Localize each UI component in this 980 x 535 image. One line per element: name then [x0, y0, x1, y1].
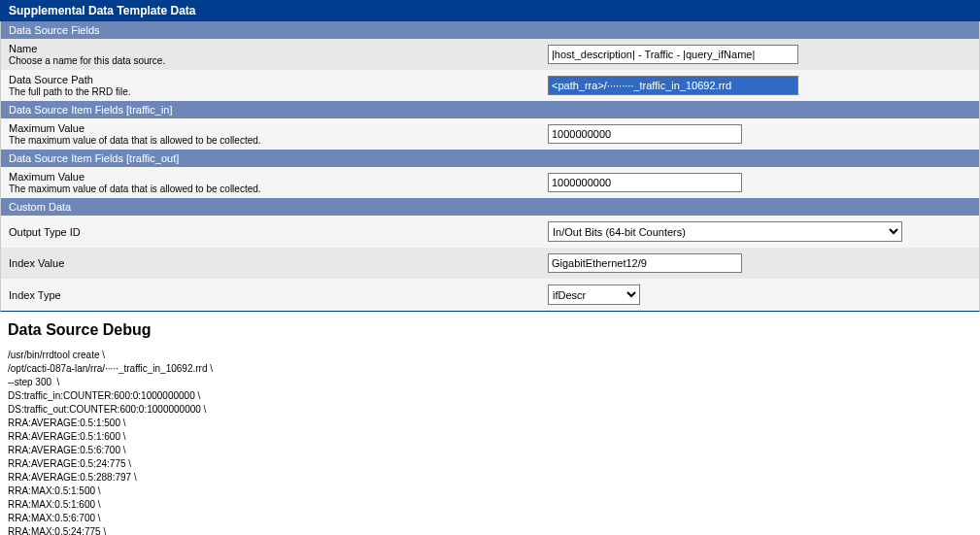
section-header-dsitem-out: Data Source Item Fields [traffic_out]	[0, 150, 980, 167]
debug-line: --step 300 \	[8, 376, 972, 389]
desc-max-out: The maximum value of data that is allowe…	[9, 184, 548, 194]
debug-line: RRA:AVERAGE:0.5:1:600 \	[8, 430, 972, 444]
label-max-out: Maximum Value	[9, 171, 548, 183]
select-index-type[interactable]: ifDescr	[548, 284, 640, 305]
input-path[interactable]	[548, 76, 798, 95]
debug-line: /opt/cacti-087a-lan/rra/·····_traffic_in…	[8, 362, 972, 376]
row-max-in: Maximum Value The maximum value of data …	[0, 118, 980, 150]
input-max-out[interactable]	[548, 173, 742, 192]
section-header-dsitem-in: Data Source Item Fields [traffic_in]	[0, 101, 980, 118]
debug-line: DS:traffic_out:COUNTER:600:0:1000000000 …	[8, 403, 972, 417]
desc-max-in: The maximum value of data that is allowe…	[9, 135, 548, 146]
debug-line: RRA:AVERAGE:0.5:288:797 \	[8, 471, 972, 485]
section-header-main: Supplemental Data Template Data	[0, 0, 980, 21]
label-index-value: Index Value	[9, 257, 548, 269]
label-index-type: Index Type	[9, 289, 548, 301]
desc-name: Choose a name for this data source.	[9, 55, 548, 66]
section-header-dsfields: Data Source Fields	[0, 21, 980, 39]
input-name[interactable]	[548, 45, 798, 64]
debug-section: Data Source Debug /usr/bin/rrdtool creat…	[0, 312, 980, 535]
input-index-value[interactable]	[548, 253, 742, 273]
debug-line: RRA:MAX:0.5:1:600 \	[8, 498, 972, 512]
input-max-in[interactable]	[548, 124, 742, 144]
label-output-type: Output Type ID	[9, 226, 548, 238]
debug-title: Data Source Debug	[8, 321, 972, 339]
section-header-custom: Custom Data	[0, 198, 980, 216]
row-name: Name Choose a name for this data source.	[0, 39, 980, 70]
row-output-type: Output Type ID In/Out Bits (64-bit Count…	[0, 216, 980, 248]
label-name: Name	[9, 43, 548, 54]
label-max-in: Maximum Value	[9, 122, 548, 134]
debug-line: RRA:MAX:0.5:6:700 \	[8, 512, 972, 525]
desc-path: The full path to the RRD file.	[9, 86, 548, 97]
debug-line: RRA:MAX:0.5:24:775 \	[8, 525, 972, 535]
debug-line: DS:traffic_in:COUNTER:600:0:1000000000 \	[8, 389, 972, 403]
row-max-out: Maximum Value The maximum value of data …	[0, 167, 980, 198]
debug-line: RRA:AVERAGE:0.5:24:775 \	[8, 457, 972, 471]
debug-line: RRA:MAX:0.5:1:500 \	[8, 485, 972, 498]
select-output-type[interactable]: In/Out Bits (64-bit Counters)	[548, 221, 902, 242]
row-index-type: Index Type ifDescr	[0, 279, 980, 312]
row-index-value: Index Value	[0, 248, 980, 279]
label-path: Data Source Path	[9, 74, 548, 85]
debug-line: /usr/bin/rrdtool create \	[8, 349, 972, 362]
debug-line: RRA:AVERAGE:0.5:1:500 \	[8, 417, 972, 430]
debug-line: RRA:AVERAGE:0.5:6:700 \	[8, 444, 972, 457]
row-path: Data Source Path The full path to the RR…	[0, 70, 980, 101]
debug-output: /usr/bin/rrdtool create \/opt/cacti-087a…	[8, 349, 972, 535]
